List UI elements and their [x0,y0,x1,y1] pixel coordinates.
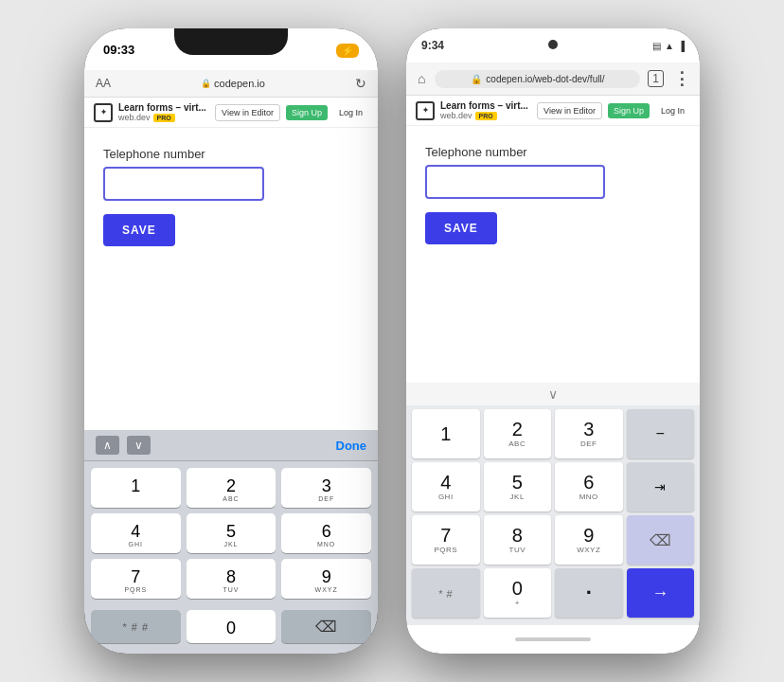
key-2[interactable]: 2 ABC [187,468,276,508]
key-7[interactable]: 7 PQRS [91,559,181,599]
arrow-down[interactable]: ∨ [127,436,151,455]
status-icons-left: ⚡ [336,41,359,58]
status-icons-right: ▤ ▲ ▐ [652,41,685,51]
key-symbols[interactable]: * # # [91,610,181,643]
kb-row-2-android: 4 GHI 5 JKL 6 MNO ⇥ [410,462,696,512]
key-6[interactable]: 6 MNO [281,513,371,553]
save-button-right[interactable]: SAVE [425,212,497,244]
telephone-label-right: Telephone number [425,145,681,159]
android-home-bar[interactable] [515,637,591,641]
menu-icon[interactable]: ⋮ [671,66,690,91]
chevron-down-area[interactable]: ∨ [406,383,700,405]
key-7-android[interactable]: 7 PQRS [412,515,480,565]
keyboard-bottom-row: * # # 0 ⌫ [84,605,378,654]
android-browser-nav: ⌂ 🔒 codepen.io/web-dot-dev/full/ 1 ⋮ [406,63,700,96]
status-time-left: 09:33 [103,43,134,57]
codepen-logo-left: ✦ [94,103,113,122]
key-5-android[interactable]: 5 JKL [484,462,552,512]
pro-badge-left: PRO [153,114,175,122]
codepen-sub-left: web.dev PRO [118,113,209,122]
key-8-android[interactable]: 8 TUV [484,515,552,565]
tabs-icon[interactable]: 1 [648,70,664,87]
keyboard-toolbar: ∧ ∨ Done [84,430,378,461]
save-button-left[interactable]: SAVE [103,214,175,246]
key-0[interactable]: 0 [187,610,276,643]
key-dot-android[interactable]: · [555,568,623,618]
android-nav [406,625,700,654]
battery-icon-left: ⚡ [336,41,359,58]
key-backspace-android[interactable]: ⌫ [627,515,695,565]
key-0-android[interactable]: 0 + [484,568,552,618]
content-area-right: Telephone number SAVE [406,126,700,383]
key-1[interactable]: 1 [91,468,181,508]
signup-button-right[interactable]: Sign Up [608,103,650,118]
telephone-input-right[interactable] [425,165,605,199]
key-2-android[interactable]: 2 ABC [484,409,552,458]
key-3[interactable]: 3 DEF [281,468,371,508]
login-button-left[interactable]: Log In [333,105,368,120]
notch [174,28,288,55]
view-in-editor-left[interactable]: View in Editor [215,104,280,121]
key-9[interactable]: 9 WXYZ [281,559,371,599]
keyboard-grid: 1 2 ABC 3 DEF 4 GHI 5 JKL 6 MNO [84,461,378,605]
key-tab-android[interactable]: ⇥ [627,462,695,512]
key-minus-android[interactable]: − [627,409,695,458]
codepen-bar-right: ✦ Learn forms – virt... web.dev PRO View… [406,96,700,126]
key-4[interactable]: 4 GHI [91,513,181,553]
key-6-android[interactable]: 6 MNO [555,462,623,512]
lock-icon-left: 🔒 [201,79,211,88]
key-symbols-android[interactable]: * # [412,568,480,618]
kb-row-3-android: 7 PQRS 8 TUV 9 WXYZ ⌫ [410,515,696,565]
key-9-android[interactable]: 9 WXYZ [555,515,623,565]
wifi-icon: ▲ [665,41,674,51]
right-phone: 9:34 ▤ ▲ ▐ ⌂ 🔒 codepen.io/web-dot-dev/fu… [406,28,700,654]
sim-icon: ▤ [652,41,661,51]
login-button-right[interactable]: Log In [655,103,690,118]
codepen-title-left: Learn forms – virt... [118,102,209,113]
codepen-info-right: Learn forms – virt... web.dev PRO [440,100,531,120]
status-bar-right: 9:34 ▤ ▲ ▐ [406,28,700,63]
status-time-right: 9:34 [421,39,444,52]
home-icon-right[interactable]: ⌂ [416,69,427,88]
arrow-up[interactable]: ∧ [96,436,119,455]
keyboard-android: 1 2 ABC 3 DEF − 4 GHI 5 JKL [406,405,700,625]
codepen-logo-right: ✦ [416,101,435,120]
codepen-info-left: Learn forms – virt... web.dev PRO [118,102,209,122]
codepen-bar-left: ✦ Learn forms – virt... web.dev PRO View… [84,98,378,128]
reload-button-left[interactable]: ↻ [355,76,366,91]
key-3-android[interactable]: 3 DEF [555,409,623,458]
key-8[interactable]: 8 TUV [187,559,276,599]
kb-row-4-android: * # 0 + · → [410,568,696,618]
signup-button-left[interactable]: Sign Up [286,105,328,120]
key-4-android[interactable]: 4 GHI [412,462,480,512]
keyboard-ios: ∧ ∨ Done 1 2 ABC 3 DEF 4 GHI 5 [84,430,378,654]
key-5[interactable]: 5 JKL [187,513,276,553]
address-bar-left[interactable]: 🔒 codepen.io [118,78,347,89]
telephone-input-left[interactable] [103,167,264,201]
telephone-label-left: Telephone number [103,147,359,161]
key-enter-android[interactable]: → [627,568,695,618]
key-1-android[interactable]: 1 [412,409,480,458]
aa-text-left[interactable]: AA [96,77,111,90]
left-phone: 09:33 ⚡ AA 🔒 codepen.io ↻ ✦ Learn forms … [84,28,378,654]
lock-icon-right: 🔒 [471,74,482,84]
address-bar-right[interactable]: 🔒 codepen.io/web-dot-dev/full/ [435,70,640,88]
key-delete[interactable]: ⌫ [281,610,371,643]
kb-row-1-android: 1 2 ABC 3 DEF − [410,409,696,458]
view-in-editor-right[interactable]: View in Editor [537,102,602,119]
battery-icon-right: ▐ [678,41,685,51]
codepen-sub-right: web.dev PRO [440,111,531,120]
keyboard-arrows: ∧ ∨ [96,436,151,455]
browser-chrome-left: AA 🔒 codepen.io ↻ [84,70,378,98]
content-area-left: Telephone number SAVE [84,128,378,430]
pro-badge-right: PRO [475,112,497,120]
camera-dot [548,40,558,49]
codepen-title-right: Learn forms – virt... [440,100,531,111]
keyboard-done[interactable]: Done [336,439,367,453]
